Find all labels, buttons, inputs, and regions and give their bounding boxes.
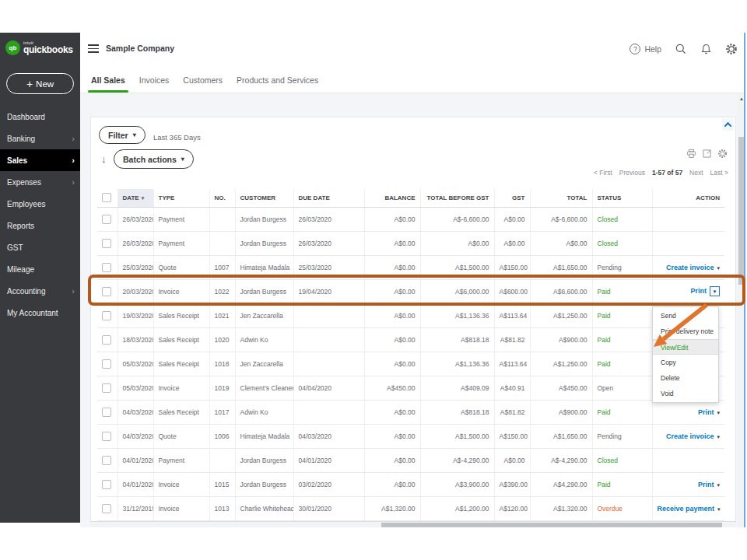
row-checkbox[interactable] xyxy=(102,311,111,320)
tab-invoices[interactable]: Invoices xyxy=(139,68,170,93)
chevron-down-icon: ▾ xyxy=(181,156,184,163)
scroll-to-top-button[interactable] xyxy=(722,119,734,131)
row-checkbox-cell xyxy=(97,327,117,352)
column-header-total-before-gst[interactable]: TOTAL BEFORE GST xyxy=(420,189,494,207)
sidebar-item-reports[interactable]: Reports xyxy=(0,215,80,236)
sidebar-item-banking[interactable]: Banking› xyxy=(0,128,80,149)
column-header-no[interactable]: NO. xyxy=(209,189,235,207)
row-checkbox[interactable] xyxy=(102,215,111,224)
action-dropdown-button[interactable]: ▾ xyxy=(717,506,721,512)
notifications-bell-icon[interactable] xyxy=(700,43,712,55)
cell-type: Payment xyxy=(153,448,209,472)
row-checkbox[interactable] xyxy=(102,383,111,393)
row-checkbox[interactable] xyxy=(102,239,111,248)
print-icon[interactable] xyxy=(686,149,696,159)
table-settings-gear-icon[interactable] xyxy=(717,149,728,159)
column-header-total[interactable]: TOTAL xyxy=(530,189,592,207)
tab-all-sales[interactable]: All Sales xyxy=(90,68,126,93)
sidebar-item-label: Sales xyxy=(7,156,27,165)
cell-total: A$1,320.00 xyxy=(530,496,592,520)
row-checkbox[interactable] xyxy=(102,456,111,465)
cell-customer: Himateja Madala xyxy=(235,424,293,448)
cell-action xyxy=(652,231,724,255)
new-button[interactable]: + New xyxy=(6,73,74,94)
row-checkbox[interactable] xyxy=(102,287,111,296)
cell-status: Paid xyxy=(592,279,652,303)
menu-item-print-delivery-note[interactable]: Print delivery note xyxy=(653,324,718,339)
column-header-action[interactable]: ACTION xyxy=(652,189,724,207)
menu-item-copy[interactable]: Copy xyxy=(653,355,718,370)
tab-customers[interactable]: Customers xyxy=(182,68,223,93)
cell-balance: A$0.00 xyxy=(364,207,420,231)
column-header-due-date[interactable]: DUE DATE xyxy=(293,189,364,207)
action-dropdown-button[interactable]: ▾ xyxy=(717,265,720,271)
column-header-status[interactable]: STATUS xyxy=(592,189,652,207)
pagination: < First Previous 1-57 of 57 Next Last > xyxy=(594,169,728,177)
cell-status: Paid xyxy=(592,303,652,327)
menu-item-send[interactable]: Send xyxy=(653,308,718,324)
action-receive-payment-link[interactable]: Receive payment xyxy=(658,505,715,513)
row-checkbox[interactable] xyxy=(102,359,111,369)
tab-products-and-services[interactable]: Products and Services xyxy=(236,68,319,93)
sidebar-item-accounting[interactable]: Accounting› xyxy=(0,280,80,302)
action-dropdown-button[interactable]: ▾ xyxy=(717,410,720,415)
action-dropdown-button[interactable]: ▾ xyxy=(717,434,720,439)
filter-button[interactable]: Filter ▾ xyxy=(99,126,146,144)
cell-customer: Himateja Madala xyxy=(235,255,293,279)
settings-gear-icon[interactable] xyxy=(725,43,738,55)
search-icon[interactable] xyxy=(675,43,687,55)
pagination-first[interactable]: < First xyxy=(594,169,612,177)
sidebar-item-mileage[interactable]: Mileage xyxy=(0,258,80,280)
action-create-invoice-link[interactable]: Create invoice xyxy=(666,264,714,271)
cell-no xyxy=(209,207,235,231)
action-print-link[interactable]: Print xyxy=(698,408,714,416)
batch-actions-button[interactable]: Batch actions ▾ xyxy=(114,149,194,169)
row-checkbox[interactable] xyxy=(102,335,111,345)
column-header-balance[interactable]: BALANCE xyxy=(364,189,420,207)
quickbooks-label: quickbooks xyxy=(23,45,73,54)
action-dropdown-open-button[interactable]: ▾ xyxy=(710,286,720,296)
help-button[interactable]: ? Help xyxy=(630,44,661,54)
export-icon[interactable] xyxy=(702,149,712,159)
row-checkbox[interactable] xyxy=(102,263,111,272)
header-checkbox-cell xyxy=(97,189,117,207)
sidebar-item-gst[interactable]: GST xyxy=(0,236,80,258)
cell-customer: Adwin Ko xyxy=(235,400,293,424)
menu-item-void[interactable]: Void xyxy=(653,386,718,401)
sidebar-item-dashboard[interactable]: Dashboard xyxy=(0,106,80,128)
pagination-next[interactable]: Next xyxy=(689,169,703,177)
cell-total-before-gst: A$1,136.36 xyxy=(420,352,494,376)
cell-due-date: 19/04/2020 xyxy=(293,279,364,303)
sidebar-item-sales[interactable]: Sales› xyxy=(0,149,80,171)
menu-item-delete[interactable]: Delete xyxy=(653,370,718,386)
sidebar-item-my-accountant[interactable]: My Accountant xyxy=(0,302,80,324)
sidebar-item-expenses[interactable]: Expenses› xyxy=(0,171,80,193)
pagination-previous[interactable]: Previous xyxy=(619,169,645,177)
hamburger-menu-icon[interactable] xyxy=(88,44,99,55)
row-checkbox[interactable] xyxy=(102,480,111,489)
column-header-type[interactable]: TYPE xyxy=(153,189,209,207)
row-checkbox[interactable] xyxy=(102,408,111,417)
column-header-date[interactable]: DATE▾ xyxy=(117,189,153,207)
pagination-last[interactable]: Last > xyxy=(710,169,728,177)
cell-date: 05/03/2020 xyxy=(117,376,153,400)
sidebar-item-employees[interactable]: Employees xyxy=(0,193,80,215)
row-checkbox[interactable] xyxy=(102,432,111,441)
column-header-gst[interactable]: GST xyxy=(494,189,530,207)
horizontal-scrollbar-thumb[interactable] xyxy=(381,523,722,527)
action-print-link[interactable]: Print xyxy=(690,287,707,295)
cell-action: Create invoice▾ xyxy=(652,424,724,448)
action-dropdown-button[interactable]: ▾ xyxy=(717,482,720,488)
table-row: 31/12/2019Invoice1013Charlie Whitehead30… xyxy=(97,496,724,520)
sidebar-item-label: Dashboard xyxy=(7,113,45,121)
cell-gst: A$0.00 xyxy=(494,207,530,231)
menu-item-view-edit[interactable]: View/Edit xyxy=(653,339,718,355)
cell-gst: A$40.91 xyxy=(494,376,530,400)
row-checkbox[interactable] xyxy=(102,504,111,513)
action-create-invoice-link[interactable]: Create invoice xyxy=(666,432,714,440)
horizontal-scrollbar[interactable] xyxy=(90,521,736,527)
cell-balance: A$450.00 xyxy=(364,376,420,400)
select-all-checkbox[interactable] xyxy=(102,193,111,202)
column-header-customer[interactable]: CUSTOMER xyxy=(235,189,293,207)
action-print-link[interactable]: Print xyxy=(698,481,714,488)
